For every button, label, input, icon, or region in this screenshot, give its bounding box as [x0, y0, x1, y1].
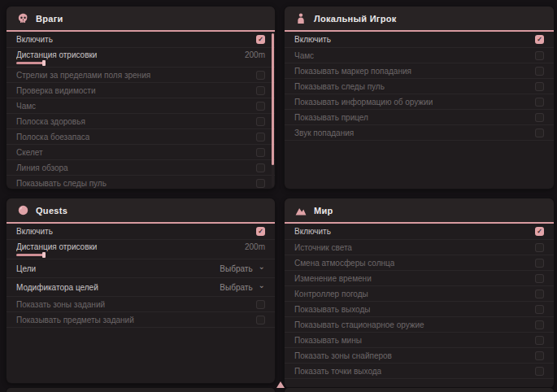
- settings-row[interactable]: Показать зоны заданий: [7, 297, 275, 312]
- checkbox[interactable]: [535, 305, 544, 314]
- slider[interactable]: [16, 254, 44, 256]
- row-label: Модификатора целей: [16, 283, 98, 292]
- settings-row[interactable]: ЦелиВыбрать⌄: [7, 259, 275, 278]
- settings-row[interactable]: Чамс: [285, 48, 554, 63]
- row-label: Контроллер погоды: [294, 290, 368, 298]
- settings-row[interactable]: Чамс: [7, 98, 275, 114]
- checkbox[interactable]: ✓: [256, 227, 265, 236]
- panel-title: Мир: [314, 206, 333, 216]
- checkbox[interactable]: [256, 179, 265, 188]
- checkbox[interactable]: [535, 274, 544, 283]
- select-dropdown[interactable]: Выбрать⌄: [220, 283, 265, 292]
- row-label: Показать точки выхода: [294, 367, 381, 376]
- row-label: Цели: [16, 264, 36, 273]
- settings-row[interactable]: Звук попадания: [285, 125, 554, 141]
- settings-row[interactable]: Полоска здоровья: [7, 114, 275, 129]
- checkbox[interactable]: [256, 102, 265, 111]
- slider-handle[interactable]: [42, 60, 46, 66]
- select-dropdown[interactable]: Выбрать⌄: [220, 264, 265, 273]
- panel-local-player: Локальный Игрок Включить✓ЧамсПоказывать …: [285, 7, 554, 189]
- settings-row[interactable]: Изменение времени: [285, 271, 554, 286]
- settings-row[interactable]: Контроллер погоды: [285, 286, 554, 302]
- checkbox[interactable]: [535, 51, 544, 60]
- skull-icon: [17, 13, 28, 24]
- checkbox[interactable]: [256, 300, 265, 309]
- row-label: Изменение времени: [294, 274, 372, 283]
- select-value: Выбрать: [220, 264, 252, 273]
- checkbox[interactable]: [535, 67, 544, 76]
- settings-row[interactable]: Показать точки выхода: [285, 364, 554, 379]
- settings-row[interactable]: Показать зоны снайперов: [285, 348, 554, 364]
- panel-local-player-header: Локальный Игрок: [285, 7, 554, 32]
- settings-row[interactable]: Показывать следы пуль: [7, 176, 275, 189]
- row-label: Проверка видимости: [16, 86, 96, 95]
- row-label: Показывать информацию об оружии: [294, 98, 433, 107]
- slider-value: 200m: [245, 50, 265, 59]
- settings-row[interactable]: Включить✓: [285, 32, 554, 48]
- slider-value: 200m: [245, 242, 265, 251]
- panel-world: Мир Включить✓Источник светаСмена атмосфе…: [285, 198, 554, 388]
- checkbox[interactable]: [535, 367, 544, 376]
- mountain-icon: [295, 206, 307, 216]
- slider-handle[interactable]: [42, 252, 46, 258]
- row-label: Показывать прицел: [294, 113, 368, 122]
- settings-row[interactable]: Показывать информацию об оружии: [285, 94, 554, 110]
- checkbox[interactable]: [535, 320, 544, 329]
- settings-row[interactable]: Показывать выходы: [285, 302, 554, 317]
- settings-row[interactable]: Дистанция отрисовки200m: [7, 240, 275, 259]
- panel-quests-header: Quests: [7, 198, 275, 224]
- checkbox[interactable]: [535, 259, 544, 268]
- settings-row[interactable]: Линия обзора: [7, 160, 275, 176]
- scroll-up-arrow-icon: [276, 381, 285, 388]
- quest-icon: [17, 205, 28, 216]
- settings-row[interactable]: Показывать маркер попадания: [285, 63, 554, 79]
- panel-title: Враги: [36, 14, 63, 24]
- settings-row[interactable]: Полоска боезапаса: [7, 129, 275, 145]
- checkbox[interactable]: [535, 113, 544, 122]
- settings-row[interactable]: Включить✓: [7, 224, 275, 240]
- checkbox[interactable]: [535, 336, 544, 345]
- panel-title: Локальный Игрок: [314, 14, 397, 24]
- slider[interactable]: [16, 62, 44, 64]
- checkbox[interactable]: [535, 243, 544, 252]
- checkbox[interactable]: [256, 163, 265, 172]
- checkbox[interactable]: [256, 117, 265, 126]
- checkbox[interactable]: [535, 128, 544, 137]
- panel-title: Quests: [36, 206, 67, 216]
- settings-row[interactable]: Источник света: [285, 240, 554, 255]
- settings-row[interactable]: Проверка видимости: [7, 83, 275, 98]
- settings-row[interactable]: Включить✓: [7, 32, 275, 48]
- row-label: Показывать предметы заданий: [16, 316, 134, 324]
- settings-row[interactable]: Показывать стационарное оружие: [285, 317, 554, 333]
- checkbox[interactable]: [256, 86, 265, 95]
- settings-row[interactable]: Скелет: [7, 145, 275, 160]
- row-label: Чамс: [294, 51, 314, 60]
- row-label: Показывать стационарное оружие: [294, 320, 424, 329]
- checkbox[interactable]: [256, 148, 265, 157]
- row-label: Дистанция отрисовки: [16, 242, 97, 251]
- checkbox[interactable]: [535, 351, 544, 360]
- settings-row[interactable]: Включить✓: [285, 224, 554, 240]
- settings-row[interactable]: Показывать следы пуль: [285, 79, 554, 94]
- row-label: Звук попадания: [294, 128, 354, 137]
- checkbox[interactable]: [535, 290, 544, 298]
- row-label: Включить: [294, 227, 331, 236]
- settings-row[interactable]: Показывать прицел: [285, 110, 554, 125]
- settings-row[interactable]: Смена атмосферы солнца: [285, 255, 554, 271]
- checkbox[interactable]: ✓: [256, 35, 265, 44]
- settings-row[interactable]: Модификатора целейВыбрать⌄: [7, 278, 275, 297]
- panel-enemies: Враги Включить✓Дистанция отрисовки200mСт…: [7, 7, 275, 189]
- checkbox[interactable]: [535, 82, 544, 91]
- scrollbar-thumb[interactable]: [272, 33, 274, 165]
- checkbox[interactable]: ✓: [535, 35, 544, 44]
- settings-row[interactable]: Дистанция отрисовки200m: [7, 48, 275, 68]
- person-icon: [295, 13, 307, 24]
- settings-row[interactable]: Показывать предметы заданий: [7, 312, 275, 328]
- settings-row[interactable]: Стрелки за пределами поля зрения: [7, 68, 275, 83]
- checkbox[interactable]: [256, 71, 265, 80]
- checkbox[interactable]: ✓: [535, 227, 544, 236]
- checkbox[interactable]: [256, 316, 265, 324]
- settings-row[interactable]: Показывать мины: [285, 333, 554, 348]
- checkbox[interactable]: [256, 133, 265, 142]
- checkbox[interactable]: [535, 98, 544, 107]
